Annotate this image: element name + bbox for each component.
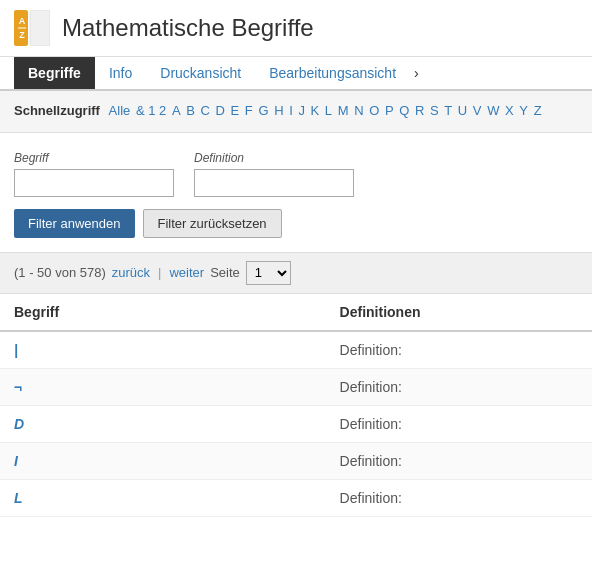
ql-m[interactable]: M	[338, 103, 349, 118]
def-cell: Definition:	[326, 479, 592, 516]
ql-c[interactable]: C	[200, 103, 209, 118]
ql-j[interactable]: J	[298, 103, 305, 118]
def-cell: Definition:	[326, 368, 592, 405]
ql-z[interactable]: Z	[534, 103, 542, 118]
filter-buttons: Filter anwenden Filter zurücksetzen	[14, 209, 578, 238]
tab-info[interactable]: Info	[95, 57, 146, 89]
ql-special[interactable]: & 1 2	[136, 103, 166, 118]
quickaccess-bar: Schnellzugriff Alle & 1 2 A B C D E F G …	[0, 91, 592, 133]
term-cell: I	[0, 442, 326, 479]
filter-term-input[interactable]	[14, 169, 174, 197]
term-cell: D	[0, 405, 326, 442]
svg-text:Z: Z	[19, 30, 25, 40]
col-term-header: Begriff	[0, 294, 326, 331]
def-cell: Definition:	[326, 442, 592, 479]
ql-a[interactable]: A	[172, 103, 181, 118]
table-header-row: Begriff Definitionen	[0, 294, 592, 331]
pagination-back[interactable]: zurück	[112, 265, 150, 280]
table-row: LDefinition:	[0, 479, 592, 516]
pagination-summary: (1 - 50 von 578)	[14, 265, 106, 280]
filter-term-field: Begriff	[14, 151, 174, 197]
term-cell: ¬	[0, 368, 326, 405]
filter-apply-button[interactable]: Filter anwenden	[14, 209, 135, 238]
term-link[interactable]: L	[14, 490, 23, 506]
term-link[interactable]: ¬	[14, 379, 22, 395]
filter-def-field: Definition	[194, 151, 354, 197]
term-cell: |	[0, 331, 326, 369]
ql-k[interactable]: K	[311, 103, 320, 118]
ql-d[interactable]: D	[215, 103, 224, 118]
ql-g[interactable]: G	[258, 103, 268, 118]
filter-section: Begriff Definition Filter anwenden Filte…	[0, 133, 592, 252]
quickaccess-label: Schnellzugriff	[14, 103, 100, 118]
pagination-bar: (1 - 50 von 578) zurück | weiter Seite 1…	[0, 252, 592, 294]
ql-q[interactable]: Q	[399, 103, 409, 118]
app-header: A Z Mathematische Begriffe	[0, 0, 592, 57]
filter-fields: Begriff Definition	[14, 151, 578, 197]
quickaccess-links: Alle & 1 2 A B C D E F G H I J K L M N O…	[108, 103, 543, 118]
page-label: Seite	[210, 265, 240, 280]
ql-t[interactable]: T	[444, 103, 452, 118]
ql-b[interactable]: B	[186, 103, 195, 118]
ql-v[interactable]: V	[473, 103, 482, 118]
table-row: IDefinition:	[0, 442, 592, 479]
ql-f[interactable]: F	[245, 103, 253, 118]
more-tabs-icon: ›	[410, 57, 423, 89]
def-cell: Definition:	[326, 405, 592, 442]
ql-r[interactable]: R	[415, 103, 424, 118]
filter-term-label: Begriff	[14, 151, 174, 165]
ql-w[interactable]: W	[487, 103, 499, 118]
app-logo: A Z	[14, 10, 50, 46]
col-def-header: Definitionen	[326, 294, 592, 331]
ql-o[interactable]: O	[369, 103, 379, 118]
ql-p[interactable]: P	[385, 103, 394, 118]
term-link[interactable]: D	[14, 416, 24, 432]
ql-x[interactable]: X	[505, 103, 514, 118]
pagination-next[interactable]: weiter	[169, 265, 204, 280]
svg-text:A: A	[19, 16, 26, 26]
ql-i[interactable]: I	[289, 103, 293, 118]
ql-e[interactable]: E	[231, 103, 240, 118]
table-row: ¬Definition:	[0, 368, 592, 405]
term-link[interactable]: I	[14, 453, 18, 469]
term-cell: L	[0, 479, 326, 516]
svg-rect-1	[30, 10, 50, 46]
tab-begriffe[interactable]: Begriffe	[14, 57, 95, 89]
ql-n[interactable]: N	[354, 103, 363, 118]
nav-tabs: Begriffe Info Druckansicht Bearbeitungsa…	[0, 57, 592, 91]
page-title: Mathematische Begriffe	[62, 14, 314, 42]
table-row: |Definition:	[0, 331, 592, 369]
tab-bearbeitungsansicht[interactable]: Bearbeitungsansicht	[255, 57, 410, 89]
tab-druckansicht[interactable]: Druckansicht	[146, 57, 255, 89]
ql-y[interactable]: Y	[519, 103, 528, 118]
ql-all[interactable]: Alle	[109, 103, 131, 118]
ql-l[interactable]: L	[325, 103, 332, 118]
filter-reset-button[interactable]: Filter zurücksetzen	[143, 209, 282, 238]
ql-u[interactable]: U	[458, 103, 467, 118]
filter-def-label: Definition	[194, 151, 354, 165]
ql-h[interactable]: H	[274, 103, 283, 118]
def-cell: Definition:	[326, 331, 592, 369]
term-link[interactable]: |	[14, 342, 18, 358]
filter-def-input[interactable]	[194, 169, 354, 197]
ql-s[interactable]: S	[430, 103, 439, 118]
page-select[interactable]: 1 2 3 4 5 6 7 8 9 10 11 12	[246, 261, 291, 285]
table-row: DDefinition:	[0, 405, 592, 442]
results-table: Begriff Definitionen |Definition:¬Defini…	[0, 294, 592, 517]
